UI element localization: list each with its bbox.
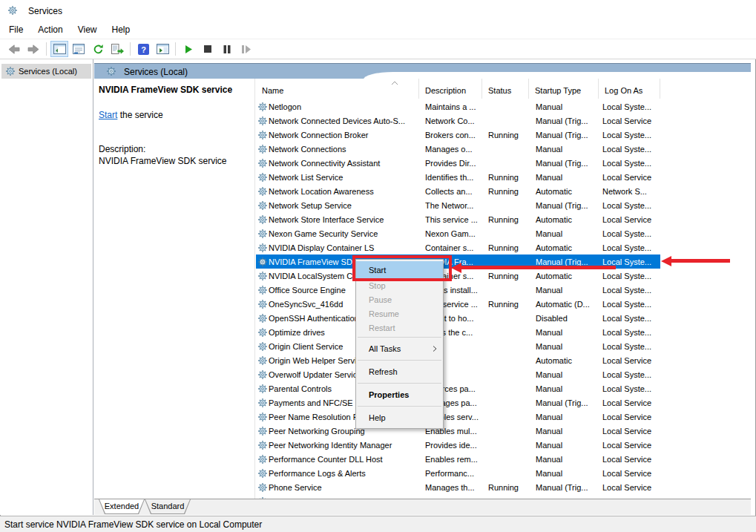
table-row[interactable]: Nexon Game Security ServiceNexon Gam...M… (256, 226, 660, 240)
table-row[interactable]: Overwolf Updater ServiceManualLocal Syst… (256, 367, 660, 381)
table-row[interactable]: Office Source EngineSaves install...Manu… (256, 283, 660, 297)
cell-status: Running (482, 272, 529, 280)
cell-description: Container s... (419, 243, 482, 252)
cell-startup-type: Manual (529, 384, 599, 393)
table-row[interactable]: Network Setup ServiceThe Networ...Manual… (256, 198, 660, 212)
table-row[interactable]: Parental ControlsEnforces pa...ManualLoc… (256, 381, 660, 395)
show-action-pane-button[interactable] (154, 41, 171, 57)
restart-service-button[interactable] (237, 41, 255, 57)
table-row[interactable]: Network Location AwarenessCollects an...… (256, 184, 660, 198)
menu-action[interactable]: Action (30, 22, 70, 35)
table-row[interactable]: NVIDIA LocalSystem ContainerContainer s.… (256, 269, 660, 283)
tab-extended[interactable]: Extended (99, 499, 145, 514)
cell-log-on-as: Local Service (599, 215, 660, 224)
cell-name: Network Connection Broker (269, 131, 419, 139)
tree-item-services-local[interactable]: Services (Local) (1, 64, 91, 79)
table-row[interactable]: Network List ServiceIdentifies th...Runn… (256, 170, 660, 184)
table-row[interactable]: Optimize drivesHelps the c...ManualLocal… (256, 325, 660, 339)
table-row[interactable]: OneSyncSvc_416ddThis service ...RunningA… (256, 297, 660, 311)
cell-startup-type: Manual (Trig... (529, 131, 599, 139)
export-list-icon (111, 44, 124, 54)
cell-log-on-as: Local Syste... (599, 229, 660, 238)
show-console-tree-button[interactable] (50, 41, 68, 57)
context-menu-item-start[interactable]: Start (356, 261, 443, 278)
back-button[interactable] (5, 41, 23, 57)
context-menu-item-resume[interactable]: Resume (356, 306, 443, 321)
tab-standard[interactable]: Standard (145, 499, 191, 514)
pause-service-button[interactable] (218, 41, 236, 57)
service-gear-icon (256, 313, 269, 324)
table-row[interactable]: Peer Networking GroupingEnables mul...Ma… (256, 424, 660, 438)
column-header-description[interactable]: Description (419, 79, 482, 99)
cell-startup-type: Automatic (529, 356, 599, 365)
table-row[interactable]: Peer Networking Identity ManagerProvides… (256, 438, 660, 452)
table-row[interactable]: NetlogonMaintains a ...ManualLocal Syste… (256, 99, 660, 114)
service-gear-icon (256, 327, 269, 338)
column-header-name[interactable]: Name (256, 79, 419, 99)
context-menu-item-restart[interactable]: Restart (356, 321, 443, 335)
context-menu-item-refresh[interactable]: Refresh (356, 363, 443, 381)
start-service-button[interactable] (180, 41, 197, 57)
cell-name: Network Setup Service (269, 201, 419, 210)
start-service-link[interactable]: Start (99, 110, 117, 120)
context-menu: StartStopPauseResumeRestartAll TasksRefr… (355, 259, 444, 429)
help-button[interactable]: ? (134, 41, 152, 57)
cell-startup-type: Manual (Trig... (529, 483, 599, 492)
table-row[interactable]: NVIDIA Display Container LSContainer s..… (256, 240, 660, 254)
cell-log-on-as: Network S... (599, 187, 660, 196)
table-row[interactable]: Peer Name Resolution ProtocolEnables ser… (256, 410, 660, 424)
cell-name: Network Connectivity Assistant (269, 159, 419, 168)
cell-startup-type: Automatic (529, 187, 599, 196)
cell-log-on-as: Local Syste... (599, 145, 660, 154)
cell-name: Network List Service (269, 173, 419, 182)
cell-startup-type: Manual (529, 229, 599, 238)
cell-log-on-as: Local Service (599, 173, 660, 182)
context-menu-item-stop[interactable]: Stop (356, 278, 443, 292)
table-row[interactable]: Origin Web Helper ServiceAutomaticLocal … (256, 353, 660, 367)
cell-startup-type: Manual (529, 455, 599, 464)
cell-log-on-as: Local Service (599, 427, 660, 436)
table-row[interactable]: Network Store Interface ServiceThis serv… (256, 212, 660, 226)
table-row[interactable]: Network Connection BrokerBrokers con...R… (256, 128, 660, 142)
cell-log-on-as: Local Service (599, 413, 660, 421)
table-row[interactable]: Phone ServiceManages th...RunningManual … (256, 480, 660, 494)
table-row[interactable]: Payments and NFC/SE ManagerManages pa...… (256, 395, 660, 410)
table-row[interactable]: Performance Counter DLL HostEnables rem.… (256, 452, 660, 466)
panel-divider[interactable] (93, 59, 93, 515)
cell-description: Performanc... (419, 469, 482, 478)
console-tree-panel: Services (Local) (0, 59, 93, 515)
table-row[interactable]: Origin Client ServiceManualLocal Syste..… (256, 339, 660, 353)
context-menu-item-pause[interactable]: Pause (356, 292, 443, 306)
table-row[interactable]: Network ConnectionsManages o...ManualLoc… (256, 142, 660, 156)
menu-help[interactable]: Help (105, 22, 138, 35)
table-row[interactable]: Performance Logs & AlertsPerformanc...Ma… (256, 466, 660, 480)
taskpad-header-label: Services (Local) (124, 67, 188, 77)
cell-description: Provides ide... (419, 441, 482, 450)
properties-button[interactable] (70, 41, 88, 57)
table-row[interactable]: OpenSSH Authentication AgentAgent to ho.… (256, 311, 660, 325)
tab-strip: ExtendedStandard (94, 499, 751, 515)
forward-button[interactable] (24, 41, 42, 57)
cell-startup-type: Manual (Trig... (529, 201, 599, 210)
context-menu-item-help[interactable]: Help (356, 409, 443, 427)
stop-service-button[interactable] (199, 41, 217, 57)
column-header-log-on-as[interactable]: Log On As (599, 79, 660, 99)
table-row[interactable]: Network Connectivity AssistantProvides D… (256, 156, 660, 170)
menu-view[interactable]: View (70, 22, 105, 35)
cell-name: Network Location Awareness (269, 187, 419, 196)
table-row[interactable]: Network Connected Devices Auto-S...Netwo… (256, 114, 660, 128)
menu-file[interactable]: File (0, 22, 30, 35)
cell-status: Running (482, 173, 529, 182)
table-row[interactable]: NVIDIA FrameView SDK serviceNVIDIA Fra..… (256, 254, 660, 269)
refresh-button[interactable] (89, 41, 107, 57)
service-gear-icon (256, 229, 269, 239)
column-header-startup-type[interactable]: Startup Type (529, 79, 599, 99)
cell-startup-type: Manual (529, 427, 599, 436)
service-gear-icon (256, 243, 269, 253)
context-menu-item-properties[interactable]: Properties (356, 386, 443, 404)
toolbar-separator (46, 42, 47, 56)
column-header-status[interactable]: Status (482, 79, 529, 99)
export-list-button[interactable] (108, 41, 126, 57)
list-header: NameDescriptionStatusStartup TypeLog On … (256, 79, 751, 99)
context-menu-item-all-tasks[interactable]: All Tasks (356, 340, 443, 358)
